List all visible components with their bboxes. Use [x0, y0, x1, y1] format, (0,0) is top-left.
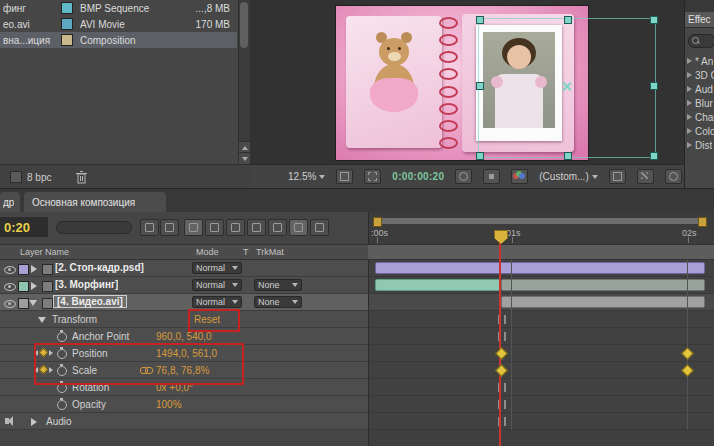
effects-search-input[interactable] — [688, 34, 714, 48]
timeline-tab-active[interactable]: Основная композиция — [24, 192, 166, 213]
col-layer-name[interactable]: Layer Name — [20, 247, 69, 257]
keyframe-navigator[interactable] — [34, 349, 53, 356]
color-depth-icon[interactable] — [10, 171, 22, 183]
bit-depth-label[interactable]: 8 bpc — [27, 172, 51, 183]
comp-timecode[interactable]: 0:00:00:20 — [392, 171, 444, 182]
eye-icon[interactable] — [4, 300, 16, 308]
col-t[interactable]: T — [243, 247, 249, 257]
snapshot-camera-icon[interactable] — [455, 169, 472, 184]
project-scrollbar[interactable] — [238, 0, 250, 164]
layer-duration-bar[interactable] — [375, 279, 501, 291]
stopwatch-icon[interactable] — [57, 349, 67, 359]
show-snapshot-icon[interactable] — [483, 169, 500, 184]
audio-group-row[interactable]: Audio — [0, 413, 714, 430]
disclosure-icon[interactable] — [31, 282, 37, 290]
layer-name[interactable]: [4. Видео.avi] — [53, 295, 127, 308]
work-area-start-handle[interactable] — [373, 217, 382, 227]
exposure-icon[interactable] — [665, 169, 682, 184]
time-ruler[interactable]: :00s 01s 02s — [368, 212, 714, 244]
anchor-point-icon[interactable] — [561, 81, 572, 92]
property-row[interactable]: Rotation 0x +0,0° — [0, 379, 714, 396]
auto-keyframe-icon[interactable] — [289, 219, 308, 236]
property-row-scale[interactable]: Scale 76,8, 76,8% — [0, 362, 714, 379]
effects-category[interactable]: Dist — [687, 138, 714, 152]
stopwatch-icon[interactable] — [57, 400, 67, 410]
current-time-line[interactable] — [499, 243, 501, 446]
current-time-indicator[interactable] — [494, 230, 508, 244]
timeline-tab-other[interactable]: др — [0, 192, 20, 213]
transparency-grid-icon[interactable] — [637, 169, 654, 184]
label-color-chip[interactable] — [18, 298, 29, 309]
layer-row[interactable]: [3. Морфинг] Normal None — [0, 277, 714, 294]
work-area-bar[interactable] — [375, 218, 703, 224]
layer-name[interactable]: [2. Стоп-кадр.psd] — [55, 262, 144, 273]
scroll-down-icon[interactable] — [239, 152, 250, 164]
layer-selection-box[interactable] — [478, 18, 656, 158]
effects-category[interactable]: Colo — [687, 124, 714, 138]
keyframe-icon[interactable] — [495, 364, 508, 377]
col-mode[interactable]: Mode — [196, 247, 219, 257]
fast-preview-icon[interactable] — [609, 169, 626, 184]
keyframe-icon[interactable] — [495, 347, 508, 360]
graph-editor-icon[interactable] — [310, 219, 329, 236]
blend-mode-select[interactable]: Normal — [192, 262, 242, 274]
speaker-icon[interactable] — [5, 418, 9, 424]
project-row-selected[interactable]: вна...иция Composition — [0, 32, 237, 48]
layer-row[interactable]: [2. Стоп-кадр.psd] Normal — [0, 260, 714, 277]
layer-duration-bar[interactable] — [375, 262, 705, 274]
project-row[interactable]: финг BMP Sequence ...,8 MB — [0, 0, 237, 16]
selection-handle[interactable] — [476, 16, 484, 24]
effects-category[interactable]: Blur — [687, 96, 714, 110]
region-of-interest-icon[interactable] — [364, 169, 381, 184]
project-row[interactable]: ео.avi AVI Movie 170 MB — [0, 16, 237, 32]
effects-category[interactable]: Chan — [687, 110, 714, 124]
magnification-select[interactable]: 12.5% — [288, 171, 325, 182]
eye-icon[interactable] — [4, 266, 16, 274]
layer-duration-bar[interactable] — [501, 296, 705, 308]
keyframe-icon[interactable] — [681, 347, 694, 360]
frame-blend-icon[interactable] — [226, 219, 245, 236]
effects-panel-tab[interactable]: Effec — [685, 12, 714, 28]
col-trkmat[interactable]: TrkMat — [256, 247, 284, 257]
shy-layers-icon[interactable] — [205, 219, 224, 236]
effects-category[interactable]: 3D C — [687, 68, 714, 82]
constrain-link-icon[interactable] — [140, 367, 152, 373]
property-row[interactable]: Anchor Point 960,0, 540,0 — [0, 328, 714, 345]
selection-handle[interactable] — [476, 82, 484, 90]
effects-category[interactable]: Aud — [687, 82, 714, 96]
timeline-search-input[interactable] — [56, 221, 132, 234]
disclosure-icon[interactable] — [31, 418, 37, 426]
scrollbar-thumb[interactable] — [240, 2, 248, 48]
selection-handle[interactable] — [476, 152, 484, 160]
layer-name[interactable]: [3. Морфинг] — [55, 279, 118, 290]
property-value[interactable]: 0x +0,0° — [156, 382, 193, 393]
trash-icon[interactable] — [75, 170, 88, 184]
eye-icon[interactable] — [4, 283, 16, 291]
resolution-select[interactable]: (Custom...) — [539, 171, 597, 182]
selection-handle[interactable] — [564, 16, 572, 24]
show-channels-icon[interactable] — [511, 169, 528, 184]
motion-blur-icon[interactable] — [247, 219, 266, 236]
grid-guides-icon[interactable] — [336, 169, 353, 184]
keyframe-icon[interactable] — [681, 364, 694, 377]
keyframe-navigator[interactable] — [34, 366, 53, 373]
draft-3d-icon[interactable] — [160, 219, 179, 236]
disclosure-icon[interactable] — [29, 300, 37, 306]
mini-flowchart-icon[interactable] — [140, 219, 159, 236]
stopwatch-icon[interactable] — [57, 332, 67, 342]
property-row-position[interactable]: Position 1494,0, 561,0 — [0, 345, 714, 362]
label-color-chip[interactable] — [18, 264, 29, 275]
transform-group-row[interactable]: Transform Reset — [0, 311, 714, 328]
current-time-display[interactable]: 0:20 — [0, 217, 48, 237]
stopwatch-icon[interactable] — [57, 383, 67, 393]
property-value[interactable]: 100% — [156, 399, 182, 410]
effects-category[interactable]: * An — [687, 54, 714, 68]
selection-handle[interactable] — [564, 152, 572, 160]
blend-mode-select[interactable]: Normal — [192, 296, 242, 308]
property-value[interactable]: 960,0, 540,0 — [156, 331, 212, 342]
disclosure-icon[interactable] — [38, 317, 46, 323]
label-color-chip[interactable] — [18, 281, 29, 292]
brainstorm-icon[interactable] — [268, 219, 287, 236]
blend-mode-select[interactable]: Normal — [192, 279, 242, 291]
property-value[interactable]: 1494,0, 561,0 — [156, 348, 217, 359]
